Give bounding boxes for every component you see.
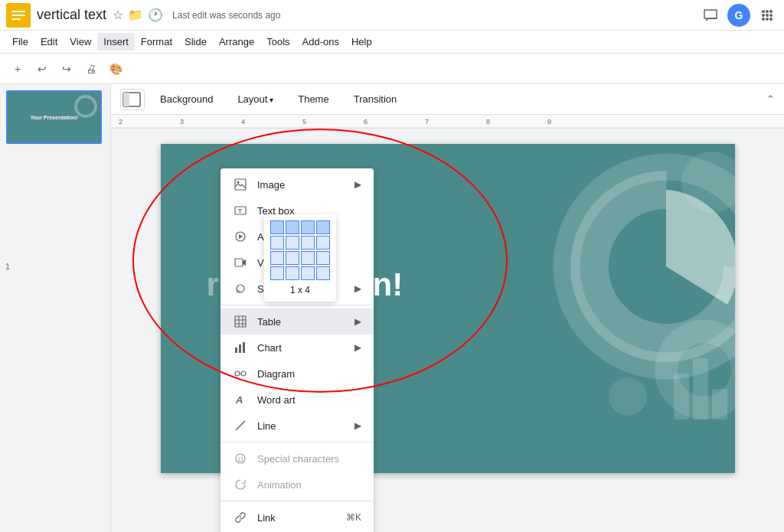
menu-bar: File Edit View Insert Format Slide Arran… <box>0 31 784 54</box>
grid-cell-4-3[interactable] <box>301 266 315 280</box>
pie-chart-decoration <box>490 144 735 435</box>
comments-icon[interactable] <box>700 5 721 26</box>
menu-item-special-chars[interactable]: Ω Special characters <box>220 446 374 472</box>
toolbar-undo-btn[interactable]: ↩ <box>31 57 54 80</box>
menu-arrange[interactable]: Arrange <box>213 33 260 51</box>
toolbar-print-btn[interactable]: 🖨 <box>80 57 103 80</box>
grid-cell-1-3[interactable] <box>301 220 315 234</box>
layout-button[interactable]: Layout <box>228 90 283 108</box>
grid-cell-1-4[interactable] <box>316 220 330 234</box>
menu-edit[interactable]: Edit <box>34 33 64 51</box>
shape-arrow: ▶ <box>354 283 361 294</box>
grid-cell-2-3[interactable] <box>301 236 315 250</box>
toolbar-redo-btn[interactable]: ↪ <box>55 57 78 80</box>
svg-rect-45 <box>235 348 237 353</box>
svg-text:3: 3 <box>180 118 184 126</box>
table-icon <box>233 314 248 329</box>
svg-rect-31 <box>712 389 727 419</box>
table-submenu: 1 x 4 <box>264 214 336 302</box>
history-icon[interactable]: 🕐 <box>148 8 163 22</box>
grid-cell-1-1[interactable] <box>270 220 284 234</box>
svg-rect-30 <box>693 358 708 419</box>
svg-rect-32 <box>235 179 246 190</box>
svg-line-52 <box>236 421 245 430</box>
svg-point-48 <box>235 371 240 376</box>
star-icon[interactable]: ☆ <box>113 8 123 22</box>
slide-layout-icon[interactable] <box>120 89 145 110</box>
svg-text:4: 4 <box>241 118 245 126</box>
svg-rect-47 <box>243 342 245 353</box>
grid-cell-4-1[interactable] <box>270 266 284 280</box>
svg-text:Ω: Ω <box>238 455 243 463</box>
image-arrow: ▶ <box>354 179 361 190</box>
svg-point-4 <box>762 10 765 13</box>
folder-icon[interactable]: 📁 <box>128 8 143 22</box>
ruler: 2 3 4 5 6 7 8 9 <box>111 115 784 129</box>
svg-rect-46 <box>239 344 241 353</box>
collapse-button[interactable]: ⌃ <box>766 93 775 105</box>
svg-point-9 <box>769 14 773 17</box>
menu-item-chart[interactable]: Chart ▶ <box>220 335 374 361</box>
table-grid[interactable] <box>270 220 330 280</box>
animation-label: Animation <box>257 479 361 491</box>
menu-item-diagram[interactable]: Diagram <box>220 361 374 387</box>
svg-rect-39 <box>236 289 240 293</box>
toolbar-paint-btn[interactable]: 🎨 <box>104 57 127 80</box>
chart-icon <box>233 340 248 355</box>
menu-view[interactable]: View <box>64 33 97 51</box>
menu-item-wordart[interactable]: A Word art <box>220 387 374 413</box>
menu-item-animation: Animation <box>220 472 374 498</box>
menu-insert[interactable]: Insert <box>97 33 135 51</box>
grid-cell-3-3[interactable] <box>301 251 315 265</box>
svg-point-49 <box>241 371 246 376</box>
menu-item-table[interactable]: Table ▶ <box>220 308 374 335</box>
chart-label: Chart <box>257 342 354 354</box>
menu-item-line[interactable]: Line ▶ <box>220 413 374 439</box>
line-label: Line <box>257 420 354 432</box>
title-icons: ☆ 📁 🕐 <box>113 8 163 22</box>
menu-item-image[interactable]: Image ▶ <box>220 171 374 197</box>
svg-text:T: T <box>238 207 242 214</box>
svg-point-33 <box>237 181 240 184</box>
grid-cell-2-4[interactable] <box>316 236 330 250</box>
svg-point-7 <box>762 14 765 17</box>
svg-text:8: 8 <box>486 118 490 126</box>
theme-button[interactable]: Theme <box>289 90 338 108</box>
grid-cell-1-2[interactable] <box>286 220 299 234</box>
image-icon <box>233 177 248 192</box>
slide-thumbnail-1[interactable]: Your Presentation! <box>6 90 102 144</box>
google-apps-icon[interactable] <box>756 5 778 26</box>
diagram-icon <box>233 366 248 381</box>
menu-tools[interactable]: Tools <box>260 33 296 51</box>
transition-button[interactable]: Transition <box>345 90 407 108</box>
grid-cell-2-2[interactable] <box>286 236 299 250</box>
textbox-icon: T <box>233 203 248 218</box>
link-shortcut: ⌘K <box>346 512 361 523</box>
wordart-icon: A <box>233 392 248 407</box>
wordart-label: Word art <box>257 394 361 406</box>
menu-help[interactable]: Help <box>345 33 378 51</box>
divider-3 <box>220 501 374 501</box>
link-label: Link <box>257 512 340 524</box>
background-button[interactable]: Background <box>151 90 222 108</box>
svg-point-6 <box>769 10 773 13</box>
main-layout: 1 Your Presentation! Background Layout T… <box>0 84 784 532</box>
grid-cell-3-2[interactable] <box>286 251 299 265</box>
grid-cell-2-1[interactable] <box>270 236 284 250</box>
svg-text:9: 9 <box>547 118 551 126</box>
profile-avatar[interactable]: G <box>727 4 750 27</box>
doc-title[interactable]: vertical text <box>37 7 106 23</box>
menu-format[interactable]: Format <box>135 33 178 51</box>
menu-addons[interactable]: Add-ons <box>296 33 345 51</box>
shape-icon <box>233 281 248 296</box>
grid-cell-3-1[interactable] <box>270 251 284 265</box>
grid-cell-3-4[interactable] <box>316 251 330 265</box>
svg-point-11 <box>766 18 769 21</box>
audio-icon <box>233 229 248 244</box>
menu-item-link[interactable]: Link ⌘K <box>220 504 374 530</box>
grid-cell-4-2[interactable] <box>286 266 299 280</box>
menu-slide[interactable]: Slide <box>178 33 213 51</box>
grid-cell-4-4[interactable] <box>316 266 330 280</box>
grid-row-1 <box>270 220 330 234</box>
special-chars-icon: Ω <box>233 451 248 466</box>
